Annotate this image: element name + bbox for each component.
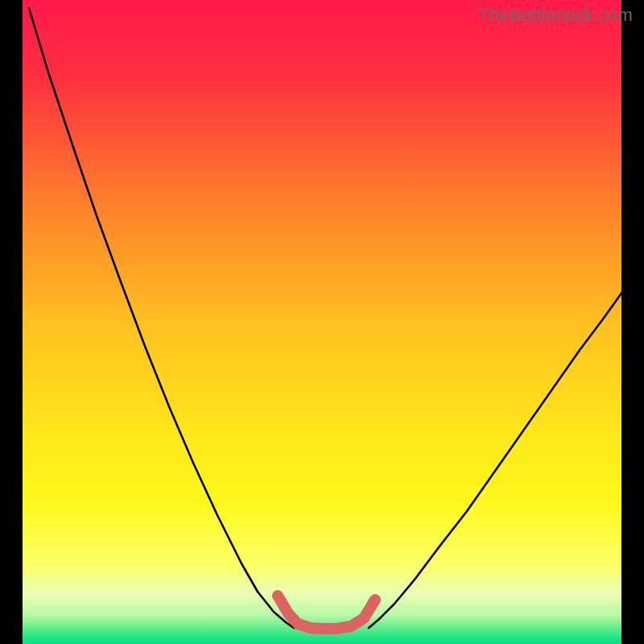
bottleneck-chart: TheBottleneck.com bbox=[0, 0, 644, 644]
chart-svg bbox=[0, 0, 644, 644]
chart-gradient-bg bbox=[23, 0, 621, 644]
watermark-text: TheBottleneck.com bbox=[478, 5, 633, 26]
